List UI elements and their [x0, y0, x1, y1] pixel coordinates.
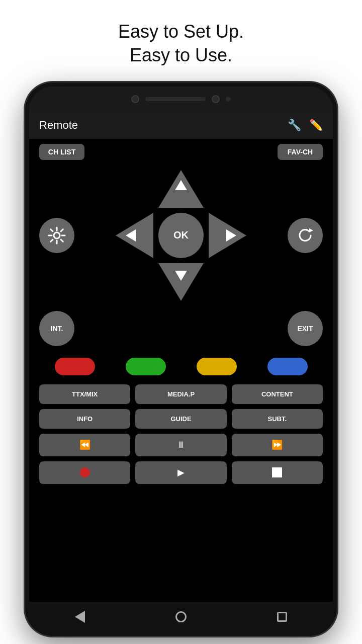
app-title: Remote	[39, 119, 78, 132]
pause-icon: ⏸	[176, 440, 186, 450]
back-button[interactable]	[288, 218, 323, 253]
settings-button[interactable]	[39, 218, 74, 253]
camera-left	[131, 95, 139, 103]
camera-area	[131, 95, 231, 103]
tagline-line2: Easy to Use.	[130, 45, 232, 65]
speaker	[145, 97, 206, 101]
gear-icon	[47, 225, 67, 246]
exit-button[interactable]: EXIT	[288, 311, 323, 346]
svg-line-8	[51, 239, 53, 242]
svg-point-0	[54, 232, 60, 238]
media-row-2: ▶	[39, 461, 323, 484]
dpad-right-button[interactable]	[209, 213, 246, 258]
dpad-down-button[interactable]	[158, 263, 204, 301]
phone-top-bar	[29, 87, 333, 112]
remote-content: CH LIST FAV-CH	[29, 139, 333, 602]
pause-button[interactable]: ⏸	[135, 434, 226, 456]
back-nav-icon	[75, 611, 85, 623]
header-icons: 🔧 ✏️	[288, 119, 323, 132]
phone-mockup: Remote 🔧 ✏️ CH LIST FAV-CH	[25, 83, 337, 636]
blue-button[interactable]	[267, 358, 308, 375]
ttx-mix-button[interactable]: TTX/MIX	[39, 384, 130, 404]
rewind-button[interactable]: ⏪	[39, 434, 130, 456]
func-row-2: INFO GUIDE SUBT.	[39, 409, 323, 429]
camera-right	[212, 95, 220, 103]
screen: Remote 🔧 ✏️ CH LIST FAV-CH	[29, 112, 333, 602]
play-button[interactable]: ▶	[135, 461, 226, 484]
dpad-row: OK	[39, 170, 323, 301]
side-button	[333, 187, 337, 217]
play-icon: ▶	[177, 467, 185, 478]
int-exit-row: INT. EXIT	[39, 311, 323, 346]
phone-body: Remote 🔧 ✏️ CH LIST FAV-CH	[25, 83, 337, 636]
media-row-1: ⏪ ⏸ ⏩	[39, 434, 323, 456]
bottom-nav-bar	[29, 602, 333, 632]
fast-forward-button[interactable]: ⏩	[232, 434, 323, 456]
info-button[interactable]: INFO	[39, 409, 130, 429]
top-button-row: CH LIST FAV-CH	[39, 144, 323, 160]
svg-marker-9	[309, 228, 313, 232]
color-button-row	[39, 354, 323, 379]
svg-line-5	[51, 229, 53, 231]
red-button[interactable]	[55, 358, 95, 375]
dpad-left-button[interactable]	[116, 213, 153, 258]
rewind-icon: ⏪	[79, 439, 90, 450]
dpad: OK	[116, 170, 246, 301]
content-button[interactable]: CONTENT	[232, 384, 323, 404]
stop-icon	[272, 467, 282, 477]
wrench-icon[interactable]: 🔧	[288, 119, 301, 132]
recent-nav-button[interactable]	[272, 607, 292, 627]
int-button[interactable]: INT.	[39, 311, 74, 346]
svg-line-6	[61, 239, 63, 242]
mic	[226, 97, 231, 102]
fast-forward-icon: ⏩	[272, 439, 283, 450]
stop-button[interactable]	[232, 461, 323, 484]
back-nav-button[interactable]	[70, 607, 90, 627]
green-button[interactable]	[126, 358, 166, 375]
home-nav-button[interactable]	[171, 607, 191, 627]
edit-icon[interactable]: ✏️	[309, 119, 323, 132]
subt-button[interactable]: SUBT.	[232, 409, 323, 429]
fav-ch-button[interactable]: FAV-CH	[278, 144, 323, 160]
tagline-line1: Easy to Set Up.	[118, 21, 244, 42]
recent-nav-icon	[277, 612, 287, 622]
func-row-1: TTX/MIX MEDIA.P CONTENT	[39, 384, 323, 404]
refresh-icon	[295, 225, 315, 246]
ch-list-button[interactable]: CH LIST	[39, 144, 84, 160]
app-header: Remote 🔧 ✏️	[29, 112, 333, 139]
media-p-button[interactable]: MEDIA.P	[135, 384, 226, 404]
dpad-up-button[interactable]	[158, 170, 204, 208]
tagline: Easy to Set Up. Easy to Use.	[118, 20, 244, 67]
yellow-button[interactable]	[197, 358, 237, 375]
record-icon	[80, 467, 90, 477]
guide-button[interactable]: GUIDE	[135, 409, 226, 429]
record-button[interactable]	[39, 461, 130, 484]
svg-line-7	[61, 229, 63, 231]
ok-button[interactable]: OK	[158, 213, 204, 258]
home-nav-icon	[175, 611, 187, 622]
